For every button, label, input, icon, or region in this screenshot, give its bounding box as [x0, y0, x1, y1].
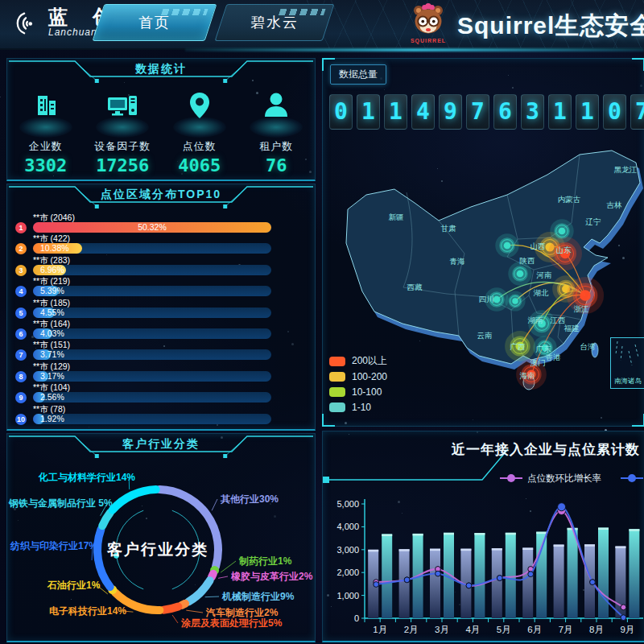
donut-segment — [212, 574, 213, 577]
industry-donut-chart: 其他行业30%制药行业1%橡胶与皮革行业2%机械制造行业9%汽车制造行业2%涂层… — [7, 434, 315, 641]
rank-badge: 8 — [15, 371, 27, 382]
x-tick-label: 5月 — [497, 625, 511, 634]
counter-digit: 1 — [548, 94, 572, 130]
stat-items: 企业数3302设备因子数17256点位数4065租户数76 — [7, 89, 315, 175]
stat-icon-area — [7, 89, 85, 136]
stat-label: 点位数 — [161, 139, 238, 154]
bar-series2 — [568, 528, 578, 618]
province-label: 湖北 — [534, 288, 550, 297]
monthly-chart-svg: 近一年接入企业与点位累计数点位数环比增长率01,0002,0003,0004,0… — [323, 431, 644, 639]
bar-track: 5.39% — [33, 286, 271, 296]
legend-label[interactable]: 点位数环比增长率 — [527, 473, 601, 483]
province-label: 山西 — [530, 242, 546, 250]
stat-label: 企业数 — [7, 139, 85, 154]
bar-series2 — [598, 528, 609, 618]
province-label: 黑龙江 — [614, 165, 638, 174]
percent-label: 50.32% — [33, 222, 271, 233]
tab-bishuiyun[interactable]: 碧水云 — [215, 4, 335, 41]
province-label: 甘肃 — [441, 224, 457, 233]
percent-label: 3.71% — [40, 349, 64, 360]
top10-row: **市 (283)36.96% — [15, 256, 303, 277]
bar-track: 3.71% — [33, 349, 271, 360]
stat-item: 企业数3302 — [7, 89, 85, 175]
province-label: 台湾 — [580, 342, 597, 351]
x-tick-label: 7月 — [559, 625, 573, 634]
legend-label: 100-200 — [352, 371, 387, 382]
donut-segment — [97, 530, 110, 587]
y-tick-label: 3,000 — [336, 545, 359, 555]
rank-badge: 9 — [15, 392, 27, 403]
corner-decor — [632, 58, 644, 71]
bar-series1 — [522, 548, 533, 618]
bar-series1 — [492, 548, 502, 618]
province-label: 新疆 — [389, 213, 404, 221]
rank-badge: 2 — [15, 243, 27, 254]
south-china-sea-inset: 南海诸岛 — [610, 337, 644, 389]
donut-segment — [102, 513, 110, 526]
map-legend-item[interactable]: 1-10 — [329, 399, 387, 415]
counter-digit: 7 — [466, 94, 489, 130]
top10-row: **市 (78)101.92% — [15, 405, 303, 426]
bar-track: 10.38% — [33, 243, 271, 254]
stat-value: 4065 — [161, 155, 238, 175]
chart-title: 近一年接入企业与点位累计数 — [451, 442, 640, 457]
province-label: 澳门 — [530, 358, 546, 367]
province-label: 青海 — [450, 257, 466, 266]
rank-badge: 10 — [15, 414, 27, 425]
y-tick-label: 4,000 — [336, 522, 359, 531]
y-tick-label: 2,000 — [336, 568, 359, 577]
bar-series2 — [474, 533, 485, 618]
legend-label: 200以上 — [352, 354, 387, 368]
donut-segment — [182, 604, 185, 605]
x-tick-label: 2月 — [404, 625, 419, 634]
top10-row: **市 (104)92.56% — [15, 383, 303, 404]
province-label: 陕西 — [520, 256, 535, 265]
percent-label: 4.55% — [40, 308, 64, 318]
bar-track: 2.56% — [33, 392, 271, 402]
tab-home[interactable]: 首页 — [93, 4, 217, 41]
panel-title: 点位区域分布TOP10 — [7, 188, 315, 202]
percent-label: 3.17% — [40, 371, 64, 382]
legend-marker[interactable] — [507, 474, 515, 482]
mascot-caption: SQUIRREL — [407, 38, 450, 43]
counter-digit: 3 — [521, 94, 544, 130]
percent-label: 2.56% — [40, 392, 64, 402]
bar-series1 — [430, 549, 440, 618]
donut-segment — [163, 607, 178, 610]
donut-label: 纺织与印染行业17% — [10, 540, 97, 551]
squirrel-mascot: SQUIRREL — [407, 3, 450, 43]
industry-donut-svg: 其他行业30%制药行业1%橡胶与皮革行业2%机械制造行业9%汽车制造行业2%涂层… — [7, 434, 315, 639]
stat-value: 76 — [238, 155, 316, 175]
legend-swatch — [329, 357, 345, 366]
stat-label: 租户数 — [238, 139, 316, 154]
inset-label: 南海诸岛 — [611, 377, 644, 386]
map-legend: 200以上100-20010-1001-10 — [329, 353, 387, 415]
province-label: 吉林 — [607, 200, 623, 209]
stat-icon-area — [161, 89, 238, 136]
map-legend-item[interactable]: 10-100 — [329, 384, 387, 399]
percent-label: 6.96% — [40, 265, 64, 275]
panel-title: 客户行业分类 — [7, 437, 315, 452]
donut-label: 化工与材料学行业14% — [38, 472, 135, 483]
legend-marker[interactable] — [628, 474, 636, 482]
bar-series2 — [629, 529, 639, 618]
map-legend-item[interactable]: 100-200 — [329, 369, 387, 384]
stat-item: 租户数76 — [238, 89, 316, 175]
corner-decor — [322, 414, 335, 427]
map-legend-item[interactable]: 200以上 — [329, 353, 387, 369]
counter-digit: 1 — [576, 94, 599, 130]
app-header: 蓝 创 Lanchuang 首页 碧水云 SQUIRREL Squirrel生态… — [0, 0, 644, 50]
province-label: 浙江 — [574, 304, 589, 313]
y-tick-label: 5,000 — [336, 499, 359, 509]
x-tick-label: 1月 — [373, 625, 387, 634]
province-label: 辽宁 — [585, 217, 601, 226]
donut-label: 石油行业1% — [47, 580, 101, 591]
x-tick-label: 9月 — [620, 625, 634, 634]
star — [0, 97, 1, 97]
stat-value: 3302 — [7, 155, 85, 175]
stat-icon-area — [238, 89, 316, 136]
x-tick-label: 3月 — [435, 625, 449, 634]
rank-badge: 5 — [15, 308, 27, 319]
tab-home-label: 首页 — [138, 13, 171, 32]
top10-row: **市 (2046)150.32% — [15, 213, 303, 234]
